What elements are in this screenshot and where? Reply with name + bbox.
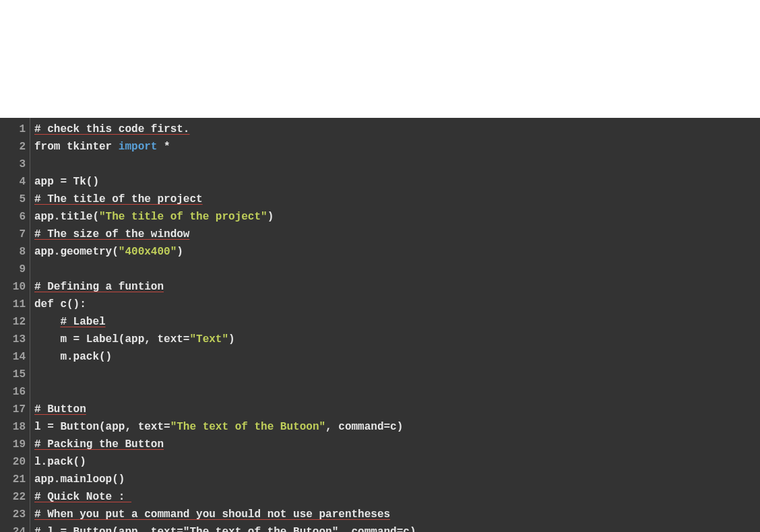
code-token: # l = Button(app, text="The text of the … (34, 526, 416, 532)
code-token: # Quick Note : (34, 491, 131, 503)
code-token: # When you put a command you should not … (34, 508, 390, 521)
line-number-gutter: 123456789101112131415161718192021222324 (0, 118, 30, 532)
code-line[interactable]: # Quick Note : (34, 488, 760, 506)
code-token: "The text of the Butoon" (170, 421, 325, 433)
code-token: * (157, 141, 170, 153)
line-number: 21 (0, 471, 30, 488)
code-line[interactable]: # l = Button(app, text="The text of the … (34, 523, 760, 532)
code-line[interactable] (34, 156, 760, 173)
line-number: 9 (0, 261, 30, 278)
code-line[interactable] (34, 366, 760, 383)
line-number: 12 (0, 313, 30, 331)
code-token: import (119, 141, 158, 153)
code-line[interactable]: # The title of the project (34, 191, 760, 208)
code-line[interactable]: # Button (34, 401, 760, 418)
code-line[interactable]: # Label (34, 313, 760, 331)
line-number: 3 (0, 156, 30, 173)
code-line[interactable]: # check this code first. (34, 121, 760, 138)
code-line[interactable]: # Packing the Button (34, 436, 760, 453)
code-token: # Button (34, 403, 86, 415)
code-token: def c(): (34, 298, 86, 310)
code-line[interactable]: app.title("The title of the project") (34, 208, 760, 226)
code-line[interactable]: def c(): (34, 296, 760, 313)
code-token: , command=c) (325, 421, 403, 433)
line-number: 24 (0, 523, 30, 532)
line-number: 15 (0, 366, 30, 383)
code-line[interactable]: m.pack() (34, 348, 760, 366)
code-token: l = Button(app, text= (34, 421, 170, 433)
code-line[interactable]: app.geometry("400x400") (34, 243, 760, 261)
code-token: "The title of the project" (99, 211, 267, 223)
code-line[interactable]: l = Button(app, text="The text of the Bu… (34, 418, 760, 436)
code-token: # Packing the Button (34, 438, 164, 451)
code-token: "400x400" (119, 246, 177, 258)
code-token (34, 316, 60, 328)
code-token: l.pack() (34, 456, 86, 468)
code-token: m.pack() (34, 351, 112, 363)
code-token: # The title of the project (34, 193, 203, 205)
code-token: from tkinter (34, 141, 119, 153)
line-number: 5 (0, 191, 30, 208)
line-number: 20 (0, 453, 30, 471)
code-token: ) (267, 211, 274, 223)
code-token: # The size of the window (34, 228, 189, 240)
line-number: 14 (0, 348, 30, 366)
code-token: app.geometry( (34, 246, 119, 258)
line-number: 4 (0, 173, 30, 191)
code-line[interactable]: l.pack() (34, 453, 760, 471)
line-number: 7 (0, 226, 30, 243)
code-line[interactable]: app.mainloop() (34, 471, 760, 488)
code-token: ) (177, 246, 183, 258)
code-token: ) (228, 333, 235, 345)
code-token: app.mainloop() (34, 473, 125, 486)
code-line[interactable]: from tkinter import * (34, 138, 760, 156)
line-number: 16 (0, 383, 30, 401)
code-token: m = Label(app, text= (34, 333, 189, 345)
code-line[interactable]: app = Tk() (34, 173, 760, 191)
line-number: 23 (0, 506, 30, 523)
code-line[interactable]: m = Label(app, text="Text") (34, 331, 760, 348)
code-line[interactable]: # Defining a funtion (34, 278, 760, 296)
code-token: app.title( (34, 211, 99, 223)
code-token: # Defining a funtion (34, 281, 164, 293)
code-line[interactable] (34, 383, 760, 401)
line-number: 13 (0, 331, 30, 348)
code-token: # Label (60, 316, 105, 328)
line-number: 6 (0, 208, 30, 226)
code-token: "Text" (189, 333, 228, 345)
line-number: 8 (0, 243, 30, 261)
line-number: 19 (0, 436, 30, 453)
line-number: 18 (0, 418, 30, 436)
code-line[interactable]: # When you put a command you should not … (34, 506, 760, 523)
line-number: 22 (0, 488, 30, 506)
line-number: 2 (0, 138, 30, 156)
code-editor[interactable]: 123456789101112131415161718192021222324 … (0, 118, 760, 532)
line-number: 10 (0, 278, 30, 296)
code-line[interactable] (34, 261, 760, 278)
code-area[interactable]: # check this code first.from tkinter imp… (30, 118, 760, 532)
code-token: app = Tk() (34, 176, 99, 188)
code-token: # check this code first. (34, 123, 189, 135)
line-number: 11 (0, 296, 30, 313)
line-number: 1 (0, 121, 30, 138)
code-line[interactable]: # The size of the window (34, 226, 760, 243)
line-number: 17 (0, 401, 30, 418)
